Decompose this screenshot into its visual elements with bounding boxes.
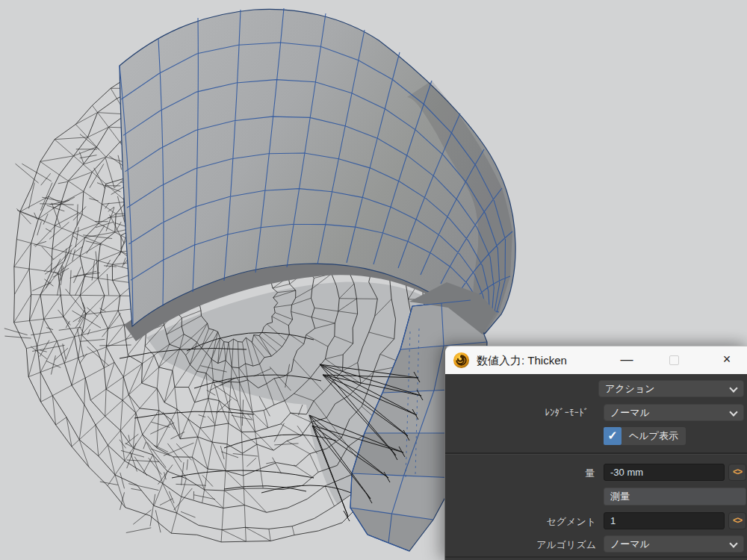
minimize-icon: — — [621, 352, 633, 367]
render-mode-dropdown[interactable]: ノーマル — [604, 404, 744, 421]
amount-spinner[interactable]: <> — [728, 464, 746, 481]
check-icon: ✓ — [607, 429, 617, 442]
measure-button-label: 測量 — [610, 488, 630, 505]
metasequoia-spiral-icon — [453, 352, 470, 369]
amount-label: 量 — [445, 467, 595, 480]
segment-label: セグメント — [445, 515, 596, 529]
application-window: 数値入力: Thicken — × アクション ﾚﾝﾀﾞｰﾓｰﾄﾞ ノーマル ✓ — [0, 0, 747, 560]
panel-bottom-edge — [445, 556, 747, 558]
action-dropdown-value: アクション — [605, 381, 655, 396]
spinner-arrows-icon: <> — [733, 515, 742, 526]
help-checkbox[interactable]: ✓ — [604, 427, 622, 445]
segment-value: 1 — [610, 513, 616, 529]
chevron-down-icon — [731, 541, 737, 547]
render-mode-value: ノーマル — [610, 405, 650, 420]
spinner-arrows-icon: <> — [733, 467, 742, 477]
maximize-icon — [669, 355, 679, 365]
minimize-button[interactable]: — — [610, 346, 643, 374]
close-icon: × — [723, 352, 731, 367]
action-dropdown[interactable]: アクション — [598, 380, 744, 397]
chevron-down-icon — [731, 409, 737, 415]
close-button[interactable]: × — [710, 346, 744, 374]
dialog-title: 数値入力: Thicken — [477, 346, 567, 374]
algorithm-dropdown[interactable]: ノーマル — [604, 535, 744, 553]
render-mode-label: ﾚﾝﾀﾞｰﾓｰﾄﾞ — [445, 407, 589, 418]
chevron-down-icon — [731, 385, 737, 391]
help-checkbox-label[interactable]: ヘルプ表示 — [622, 427, 686, 445]
dialog-titlebar[interactable]: 数値入力: Thicken — × — [445, 346, 747, 374]
algorithm-value: ノーマル — [610, 536, 650, 552]
measure-button[interactable]: 測量 — [604, 488, 746, 505]
thicken-dialog: 数値入力: Thicken — × アクション ﾚﾝﾀﾞｰﾓｰﾄﾞ ノーマル ✓ — [444, 346, 747, 560]
amount-input[interactable]: -30 mm — [604, 464, 725, 481]
maximize-button[interactable] — [657, 346, 690, 374]
segment-input[interactable]: 1 — [604, 512, 725, 529]
segment-spinner[interactable]: <> — [728, 512, 746, 529]
panel-separator — [445, 452, 747, 455]
algorithm-label: アルゴリズム — [445, 538, 596, 552]
amount-value: -30 mm — [610, 464, 643, 480]
